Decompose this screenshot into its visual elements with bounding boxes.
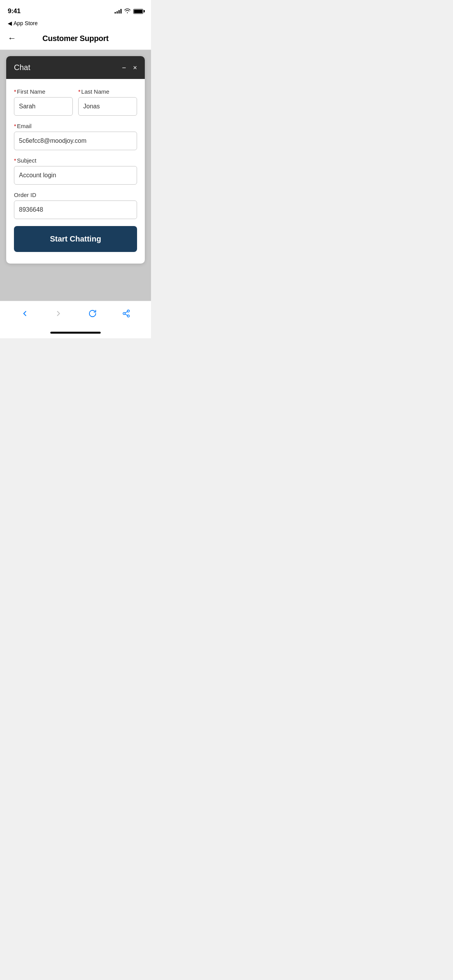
first-name-label: * First Name xyxy=(14,88,73,95)
chat-header: Chat − × xyxy=(6,56,145,79)
subject-group: * Subject xyxy=(14,157,137,185)
browser-forward-button[interactable] xyxy=(51,307,65,320)
chat-title: Chat xyxy=(14,63,30,72)
first-name-required-star: * xyxy=(14,88,16,95)
last-name-label: * Last Name xyxy=(78,88,137,95)
email-required-star: * xyxy=(14,123,16,129)
email-group: * Email xyxy=(14,123,137,150)
email-section: * Email xyxy=(14,123,137,150)
first-name-group: * First Name xyxy=(14,88,73,116)
main-content: Chat − × * First Name * xyxy=(0,50,151,301)
back-arrow-small-icon: ◀ xyxy=(8,20,12,26)
subject-input[interactable] xyxy=(14,166,137,185)
subject-label: * Subject xyxy=(14,157,137,164)
subject-section: * Subject xyxy=(14,157,137,185)
signal-icon xyxy=(115,9,122,14)
email-label: * Email xyxy=(14,123,137,129)
chat-form: * First Name * Last Name * xyxy=(6,79,145,264)
last-name-group: * Last Name xyxy=(78,88,137,116)
last-name-required-star: * xyxy=(78,88,81,95)
wifi-icon xyxy=(124,9,130,14)
app-store-back-text: ◀ App Store xyxy=(8,20,38,26)
close-button[interactable]: × xyxy=(133,64,137,71)
nav-bar: ← Customer Support xyxy=(0,29,151,50)
home-indicator xyxy=(0,329,151,338)
browser-share-button[interactable] xyxy=(119,307,133,320)
chat-card: Chat − × * First Name * xyxy=(6,56,145,264)
chat-header-controls: − × xyxy=(122,64,137,71)
home-bar xyxy=(50,332,101,334)
email-input[interactable] xyxy=(14,132,137,150)
browser-bar xyxy=(0,301,151,329)
browser-reload-button[interactable] xyxy=(86,307,100,320)
nav-back-button[interactable]: ← xyxy=(8,33,23,43)
app-store-back[interactable]: ◀ App Store xyxy=(0,19,151,29)
status-bar: 9:41 xyxy=(0,0,151,19)
order-id-group: Order ID xyxy=(14,192,137,219)
browser-back-button[interactable] xyxy=(18,307,32,320)
battery-icon xyxy=(133,9,143,14)
start-chatting-button[interactable]: Start Chatting xyxy=(14,226,137,252)
first-name-input[interactable] xyxy=(14,97,73,116)
order-id-section: Order ID xyxy=(14,192,137,219)
last-name-input[interactable] xyxy=(78,97,137,116)
order-id-label: Order ID xyxy=(14,192,137,198)
subject-required-star: * xyxy=(14,157,16,164)
app-store-label: App Store xyxy=(14,20,38,26)
page-title: Customer Support xyxy=(23,34,128,43)
order-id-input[interactable] xyxy=(14,200,137,219)
name-row: * First Name * Last Name xyxy=(14,88,137,116)
minimize-button[interactable]: − xyxy=(122,64,126,71)
status-time: 9:41 xyxy=(8,7,21,15)
status-icons xyxy=(115,9,143,14)
